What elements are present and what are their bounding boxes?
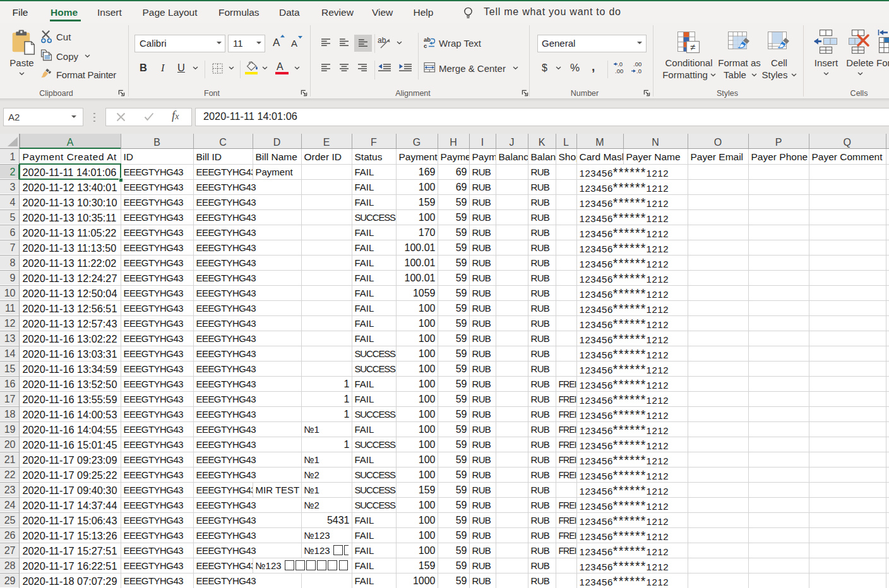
- svg-text:.0: .0: [618, 61, 623, 68]
- svg-text:c: c: [424, 42, 427, 49]
- svg-text:.0: .0: [636, 68, 641, 74]
- svg-text:.00: .00: [633, 61, 641, 68]
- svg-text:.00: .00: [615, 68, 623, 74]
- svg-text:≠: ≠: [690, 42, 695, 52]
